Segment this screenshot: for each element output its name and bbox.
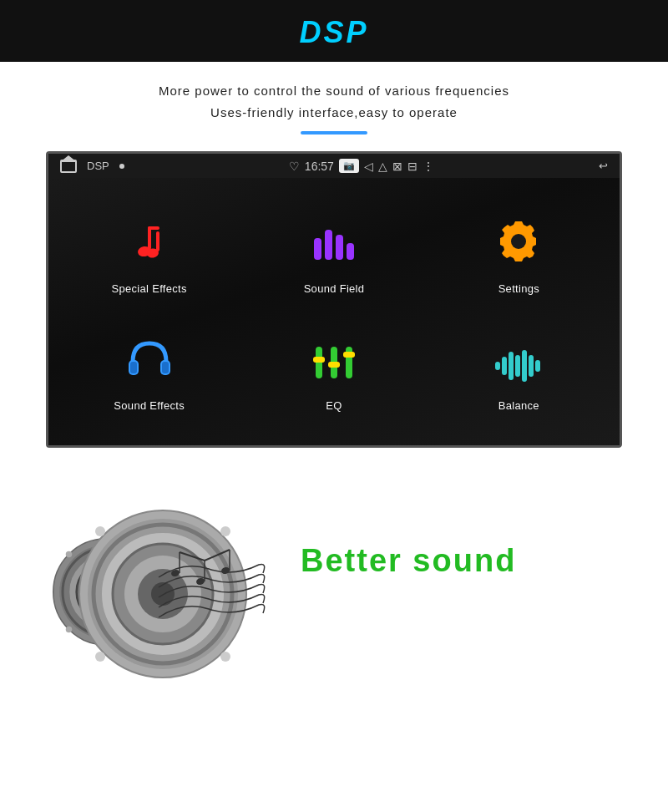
svg-rect-6	[325, 230, 332, 260]
app-item-settings[interactable]: Settings	[427, 195, 611, 312]
svg-rect-8	[347, 243, 354, 260]
status-bar: DSP ♡ 16:57 📷 ◁ △ ⊠ ⊟ ⋮ ↩	[48, 154, 620, 178]
speaker-illustration	[33, 477, 267, 711]
subtitle-line2: Uses-friendly interface,easy to operate	[33, 102, 635, 124]
subtitle-section: More power to control the sound of vario…	[0, 62, 668, 143]
bottom-section: Better sound	[0, 448, 668, 732]
back-icon[interactable]: ↩	[599, 160, 608, 172]
svg-rect-21	[502, 357, 507, 375]
triangle-icon: △	[378, 160, 387, 173]
status-left: DSP	[60, 160, 124, 173]
header-section: DSP	[0, 0, 668, 62]
dot-indicator	[119, 164, 124, 169]
svg-rect-25	[529, 355, 534, 377]
svg-rect-5	[314, 238, 321, 260]
screen-icon: ⊠	[392, 160, 402, 173]
balance-label: Balance	[498, 399, 539, 412]
volume-icon: ◁	[364, 160, 373, 173]
svg-point-48	[220, 526, 230, 536]
app-name-label: DSP	[87, 160, 109, 172]
app-item-balance[interactable]: Balance	[427, 312, 611, 429]
app-item-sound-field[interactable]: Sound Field	[241, 195, 426, 312]
more-icon: ⋮	[423, 160, 434, 173]
sound-effects-label: Sound Effects	[114, 399, 185, 412]
svg-rect-7	[336, 235, 343, 260]
screen-device: DSP ♡ 16:57 📷 ◁ △ ⊠ ⊟ ⋮ ↩	[46, 151, 622, 448]
sound-field-icon	[305, 216, 363, 274]
svg-point-49	[95, 652, 105, 662]
status-right: ↩	[599, 160, 608, 172]
home-icon[interactable]	[60, 160, 77, 173]
app-item-eq[interactable]: EQ	[241, 312, 426, 429]
bottom-right-area: Better sound	[284, 543, 516, 646]
eq-label: EQ	[326, 399, 342, 412]
better-sound-text: Better sound	[301, 543, 516, 579]
settings-icon	[489, 216, 548, 274]
svg-rect-15	[313, 357, 325, 363]
location-icon: ♡	[289, 160, 300, 173]
svg-rect-22	[509, 352, 514, 380]
svg-point-47	[95, 526, 105, 536]
svg-rect-0	[148, 226, 151, 250]
balance-icon	[489, 332, 548, 391]
svg-point-35	[66, 551, 73, 558]
svg-rect-19	[343, 352, 355, 358]
svg-rect-26	[535, 360, 540, 372]
svg-rect-24	[522, 350, 527, 382]
settings-label: Settings	[498, 282, 539, 295]
svg-rect-12	[130, 362, 137, 373]
svg-rect-23	[515, 355, 520, 377]
time-display: 16:57	[305, 160, 334, 173]
svg-point-37	[66, 627, 73, 633]
svg-rect-4	[148, 226, 159, 230]
svg-rect-18	[346, 347, 352, 378]
svg-rect-13	[162, 362, 169, 373]
status-center: ♡ 16:57 📷 ◁ △ ⊠ ⊟ ⋮	[289, 159, 434, 173]
special-effects-label: Special Effects	[112, 282, 187, 295]
app-item-sound-effects[interactable]: Sound Effects	[57, 312, 241, 429]
sound-effects-icon	[120, 332, 179, 391]
svg-point-50	[220, 652, 230, 662]
app-title: DSP	[0, 15, 668, 50]
subtitle-line1: More power to control the sound of vario…	[33, 80, 635, 102]
window-icon: ⊟	[407, 160, 418, 173]
svg-point-9	[511, 234, 526, 249]
sound-field-label: Sound Field	[304, 282, 365, 295]
special-effects-icon	[120, 216, 179, 274]
eq-icon	[305, 332, 363, 391]
svg-point-46	[151, 582, 175, 606]
app-grid: Special Effects Sound Field	[48, 178, 620, 445]
subtitle-underline	[301, 131, 367, 134]
camera-icon: 📷	[339, 159, 359, 173]
svg-rect-20	[495, 362, 500, 370]
svg-rect-2	[156, 231, 159, 251]
svg-rect-17	[328, 362, 340, 368]
app-item-special-effects[interactable]: Special Effects	[57, 195, 241, 312]
